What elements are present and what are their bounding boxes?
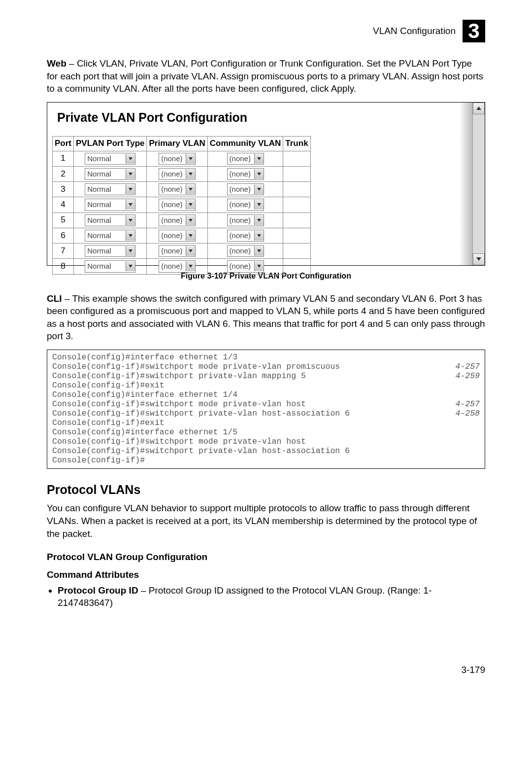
pvlan-type-select[interactable]: Normal xyxy=(85,183,135,195)
dropdown-button[interactable] xyxy=(254,246,264,256)
community-vlan-select[interactable]: (none) xyxy=(227,183,264,195)
dropdown-button[interactable] xyxy=(254,200,264,210)
dropdown-button[interactable] xyxy=(186,215,195,225)
page-number: 3-179 xyxy=(47,664,485,676)
cell-primary: (none) xyxy=(147,166,207,181)
table-row: 6Normal(none)(none) xyxy=(53,228,311,243)
cell-port: 8 xyxy=(53,259,74,274)
cell-primary: (none) xyxy=(147,182,207,197)
list-item: Protocol Group ID – Protocol Group ID as… xyxy=(58,584,485,609)
primary-vlan-select[interactable]: (none) xyxy=(159,183,196,195)
cell-type: Normal xyxy=(74,166,147,181)
cli-command: Console(config-if)#switchport mode priva… xyxy=(52,400,306,409)
dropdown-button[interactable] xyxy=(186,154,195,164)
cell-trunk xyxy=(283,166,310,181)
chevron-down-icon xyxy=(257,265,261,268)
community-vlan-select[interactable]: (none) xyxy=(227,153,264,165)
cli-command: Console(config-if)#switchport private-vl… xyxy=(52,409,350,419)
cli-intro-paragraph: CLI – This example shows the switch conf… xyxy=(47,292,485,343)
cell-port: 7 xyxy=(53,244,74,259)
web-intro-paragraph: Web – Click VLAN, Private VLAN, Port Con… xyxy=(47,57,485,95)
panel-title: Private VLAN Port Configuration xyxy=(47,103,485,136)
primary-vlan-select[interactable]: (none) xyxy=(159,260,196,272)
chapter-number-box: 3 xyxy=(463,20,485,42)
dropdown-button[interactable] xyxy=(254,231,264,241)
dropdown-button[interactable] xyxy=(126,154,135,164)
cell-primary: (none) xyxy=(147,259,207,274)
community-vlan-select[interactable]: (none) xyxy=(227,260,264,272)
scroll-down-button[interactable] xyxy=(473,253,485,265)
dropdown-button[interactable] xyxy=(126,215,135,225)
chevron-down-icon xyxy=(129,219,133,222)
chevron-down-icon xyxy=(257,234,261,237)
cli-command: Console(config-if)#switchport private-vl… xyxy=(52,372,306,381)
cli-output-box: Console(config)#interface ethernet 1/3Co… xyxy=(47,350,485,469)
pvlan-config-panel: Private VLAN Port Configuration Port PVL… xyxy=(47,102,485,266)
cli-command: Console(config-if)#exit xyxy=(52,419,165,428)
pvlan-type-select[interactable]: Normal xyxy=(85,260,135,272)
cell-type: Normal xyxy=(74,259,147,274)
pvlan-type-select[interactable]: Normal xyxy=(85,199,135,211)
cli-command: Console(config-if)# xyxy=(52,456,145,465)
cell-trunk xyxy=(283,244,310,259)
cli-command: Console(config-if)#switchport private-vl… xyxy=(52,447,350,456)
cell-community: (none) xyxy=(207,244,283,259)
dropdown-button[interactable] xyxy=(254,154,264,164)
cell-type: Normal xyxy=(74,228,147,243)
primary-vlan-select[interactable]: (none) xyxy=(159,245,196,257)
dropdown-button[interactable] xyxy=(186,169,195,179)
chevron-up-icon xyxy=(476,106,481,110)
cli-line: Console(config-if)#exit xyxy=(52,381,480,390)
chevron-down-icon xyxy=(189,219,193,222)
table-row: 7Normal(none)(none) xyxy=(53,244,311,259)
community-vlan-select[interactable]: (none) xyxy=(227,245,264,257)
community-vlan-select[interactable]: (none) xyxy=(227,230,264,242)
primary-vlan-select[interactable]: (none) xyxy=(159,168,196,180)
cli-line: Console(config)#interface ethernet 1/3 xyxy=(52,353,480,362)
dropdown-button[interactable] xyxy=(186,200,195,210)
dropdown-button[interactable] xyxy=(186,231,195,241)
cell-port: 3 xyxy=(53,182,74,197)
protocol-vlans-paragraph: You can configure VLAN behavior to suppo… xyxy=(47,502,485,540)
primary-vlan-select[interactable]: (none) xyxy=(159,153,196,165)
dropdown-button[interactable] xyxy=(126,246,135,256)
community-vlan-select[interactable]: (none) xyxy=(227,199,264,211)
community-vlan-select[interactable]: (none) xyxy=(227,214,264,226)
dropdown-button[interactable] xyxy=(126,184,135,194)
dropdown-button[interactable] xyxy=(254,261,264,271)
cell-type: Normal xyxy=(74,182,147,197)
dropdown-button[interactable] xyxy=(126,200,135,210)
dropdown-button[interactable] xyxy=(254,215,264,225)
primary-vlan-select[interactable]: (none) xyxy=(159,214,196,226)
dropdown-button[interactable] xyxy=(126,231,135,241)
chevron-down-icon xyxy=(189,157,193,160)
chevron-down-icon xyxy=(189,249,193,252)
community-vlan-select[interactable]: (none) xyxy=(227,168,264,180)
cell-trunk xyxy=(283,259,310,274)
dropdown-button[interactable] xyxy=(126,261,135,271)
dropdown-button[interactable] xyxy=(186,246,195,256)
dropdown-button[interactable] xyxy=(126,169,135,179)
pvlan-type-select[interactable]: Normal xyxy=(85,230,135,242)
pvlan-type-select[interactable]: Normal xyxy=(85,214,135,226)
dropdown-button[interactable] xyxy=(186,184,195,194)
dropdown-button[interactable] xyxy=(186,261,195,271)
cli-command: Console(config)#interface ethernet 1/5 xyxy=(52,428,237,437)
cli-line: Console(config-if)#switchport mode priva… xyxy=(52,437,480,447)
dropdown-button[interactable] xyxy=(254,169,264,179)
table-row: 4Normal(none)(none) xyxy=(53,197,311,212)
cell-primary: (none) xyxy=(147,151,207,166)
primary-vlan-select[interactable]: (none) xyxy=(159,230,196,242)
pvlan-type-select[interactable]: Normal xyxy=(85,168,135,180)
col-trunk: Trunk xyxy=(283,136,310,151)
pvlan-type-select[interactable]: Normal xyxy=(85,153,135,165)
scroll-up-button[interactable] xyxy=(473,103,485,114)
chevron-down-icon xyxy=(257,219,261,222)
primary-vlan-select[interactable]: (none) xyxy=(159,199,196,211)
chevron-down-icon xyxy=(129,203,133,206)
command-attributes-heading: Command Attributes xyxy=(47,568,485,581)
pvlan-type-select[interactable]: Normal xyxy=(85,245,135,257)
panel-scrollbar[interactable] xyxy=(472,103,485,265)
dropdown-button[interactable] xyxy=(254,184,264,194)
cell-community: (none) xyxy=(207,228,283,243)
